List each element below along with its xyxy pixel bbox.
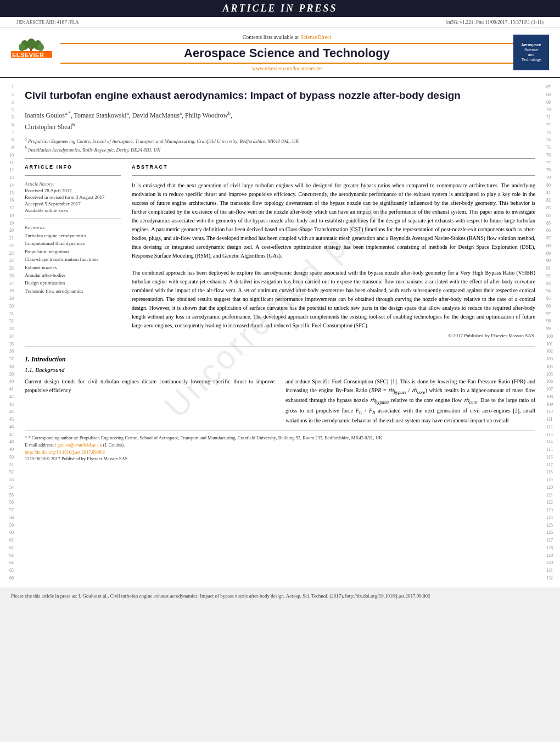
contents-available: Contents lists available at ScienceDirec… [60,33,513,41]
jid-label: JID: AESCTE AID: 4187 /FLA [16,19,79,25]
line-125: 125 [546,522,557,529]
issn-footnote: 1270-9638/© 2017 Published by Elsevier M… [25,455,535,462]
author-macmanus-sup: a [180,110,182,116]
line-121: 121 [546,492,557,499]
line-107: 107 [546,386,557,393]
received-date: Received 28 April 2017 [25,188,121,193]
line-93: 93 [546,280,557,288]
line-28: 28 [3,287,14,295]
intro-text-right: and reduce Specific Fuel Consumption (SF… [285,377,535,425]
journal-header: ELSEVIER Contents lists available at Sci… [0,27,560,78]
line-numbers-left: 1 2 3 4 5 6 7 8 9 10 11 12 13 14 15 16 1… [0,78,16,588]
line-122: 122 [546,499,557,506]
line-76: 76 [546,152,557,159]
line-31: 31 [3,310,14,318]
line-59: 59 [3,522,14,529]
introduction-title: 1. Introduction [25,355,535,364]
line-88: 88 [546,242,557,250]
separator-4 [132,175,535,176]
line-81: 81 [546,189,557,197]
line-47: 47 [3,431,14,439]
banner-text: ARTICLE IN PRESS [222,3,337,14]
keyword-1: Turbofan engine aerodynamics [25,232,121,239]
line-32: 32 [3,317,14,325]
line-113: 113 [546,431,557,439]
line-69: 69 [546,99,557,107]
line-45: 45 [3,416,14,423]
sciencedirect-link[interactable]: ScienceDirect [300,34,331,40]
keyword-3: Propulsion integration [25,248,121,255]
available-date: Available online xxxx [25,208,121,213]
separator-1 [25,158,535,159]
author-goulos: Ioannis Goulos [25,111,65,119]
intro-text-left: Current design trends for civil turbofan… [25,377,275,395]
svg-text:ELSEVIER: ELSEVIER [12,52,44,58]
line-98: 98 [546,317,557,325]
intro-body-left: Current design trends for civil turbofan… [25,377,275,425]
line-80: 80 [546,182,557,189]
line-12: 12 [3,166,14,174]
line-24: 24 [3,257,14,265]
accepted-date: Accepted 5 September 2017 [25,201,121,207]
author-stankowski: Tomasz Stankowski [74,111,127,119]
line-85: 85 [546,220,557,227]
separator-5 [25,347,535,347]
main-content: Civil turbofan engine exhaust aerodynami… [16,78,544,588]
line-20: 20 [3,227,14,235]
line-75: 75 [546,144,557,152]
journal-url[interactable]: www.elsevier.com/locate/aescte [60,65,513,71]
line-51: 51 [3,461,14,469]
line-128: 128 [546,544,557,552]
keywords-label: Keywords: [25,225,121,230]
line-101: 101 [546,341,557,348]
line-43: 43 [3,401,14,409]
line-115: 115 [546,446,557,454]
doi-footnote[interactable]: http://dx.doi.org/10.1016/j.ast.2017.09.… [25,449,535,456]
svg-point-5 [19,43,25,51]
line-120: 120 [546,484,557,492]
email-label: E-mail address: [25,442,54,448]
corresponding-text: * Corresponding author at: Propulsion En… [28,435,383,440]
line-91: 91 [546,265,557,272]
line-104: 104 [546,363,557,371]
line-54: 54 [3,484,14,492]
meta-bar: JID: AESCTE AID: 4187 /FLA [m5G; v1.221;… [0,17,560,27]
separator-2 [25,175,121,176]
email-note: (I. Goulos). [103,442,125,448]
line-99: 99 [546,325,557,333]
introduction-section: 1. Introduction 1.1. Background Current … [25,355,535,425]
page: Uncorrected proof ARTICLE IN PRESS JID: … [0,0,560,604]
line-92: 92 [546,272,557,280]
article-info-col: ARTICLE INFO Article history: Received 2… [25,164,121,338]
abstract-paragraph-1: It is envisaged that the next generation… [132,181,535,260]
line-78: 78 [546,166,557,174]
line-4: 4 [3,106,14,114]
line-38: 38 [3,363,14,371]
line-123: 123 [546,506,557,514]
line-102: 102 [546,348,557,355]
line-57: 57 [3,506,14,514]
line-118: 118 [546,468,557,476]
author-macmanus: David MacManus [132,111,180,119]
line-110: 110 [546,408,557,416]
line-105: 105 [546,371,557,378]
keyword-8: Transonic flow aerodynamics [25,287,121,295]
line-86: 86 [546,227,557,235]
revised-date: Received in revised form 3 August 2017 [25,194,121,200]
line-29: 29 [3,295,14,303]
email-address[interactable]: i.goulos@cranfield.ac.uk [55,442,102,448]
line-44: 44 [3,408,14,416]
line-55: 55 [3,492,14,499]
line-53: 53 [3,476,14,484]
line-9: 9 [3,144,14,152]
line-3: 3 [3,99,14,107]
line-66: 66 [3,574,14,582]
email-footnote: E-mail address: i.goulos@cranfield.ac.uk… [25,442,535,449]
line-64: 64 [3,559,14,567]
line-6: 6 [3,121,14,129]
line-96: 96 [546,303,557,310]
line-49: 49 [3,446,14,454]
line-48: 48 [3,438,14,446]
line-84: 84 [546,212,557,220]
logo-line-2: Science [524,47,538,52]
